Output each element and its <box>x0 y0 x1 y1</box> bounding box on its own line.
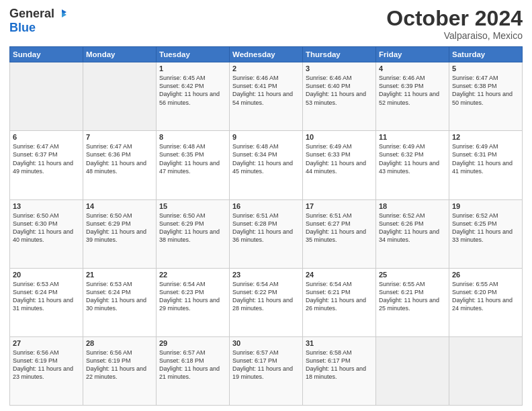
calendar-cell: 13Sunrise: 6:50 AM Sunset: 6:30 PM Dayli… <box>10 199 83 268</box>
calendar-cell: 3Sunrise: 6:46 AM Sunset: 6:40 PM Daylig… <box>303 62 376 131</box>
weekday-header-tuesday: Tuesday <box>157 47 230 62</box>
calendar-cell: 8Sunrise: 6:48 AM Sunset: 6:35 PM Daylig… <box>157 131 230 199</box>
calendar-week-1: 1Sunrise: 6:45 AM Sunset: 6:42 PM Daylig… <box>10 62 523 131</box>
calendar-cell <box>10 62 83 131</box>
day-number: 2 <box>232 64 300 73</box>
day-info: Sunrise: 6:50 AM Sunset: 6:30 PM Dayligh… <box>13 212 80 244</box>
header: General Blue October 2024 Valparaiso, Me… <box>9 7 523 41</box>
calendar-cell: 9Sunrise: 6:48 AM Sunset: 6:34 PM Daylig… <box>230 131 303 199</box>
day-info: Sunrise: 6:54 AM Sunset: 6:22 PM Dayligh… <box>232 280 300 313</box>
calendar-cell: 12Sunrise: 6:49 AM Sunset: 6:31 PM Dayli… <box>449 131 523 199</box>
calendar-table: SundayMondayTuesdayWednesdayThursdayFrid… <box>9 46 523 406</box>
logo-general-text: General <box>9 7 54 21</box>
calendar-cell: 15Sunrise: 6:50 AM Sunset: 6:29 PM Dayli… <box>157 199 230 268</box>
day-number: 4 <box>379 64 446 73</box>
day-number: 8 <box>159 133 226 141</box>
calendar-cell <box>376 336 449 405</box>
calendar-cell: 11Sunrise: 6:49 AM Sunset: 6:32 PM Dayli… <box>376 131 449 199</box>
calendar-cell: 21Sunrise: 6:53 AM Sunset: 6:24 PM Dayli… <box>83 268 157 336</box>
day-number: 26 <box>452 271 519 279</box>
calendar-cell: 1Sunrise: 6:45 AM Sunset: 6:42 PM Daylig… <box>157 62 230 131</box>
day-number: 15 <box>159 202 226 210</box>
calendar-header: SundayMondayTuesdayWednesdayThursdayFrid… <box>10 47 523 62</box>
day-info: Sunrise: 6:50 AM Sunset: 6:29 PM Dayligh… <box>86 212 153 244</box>
day-info: Sunrise: 6:54 AM Sunset: 6:23 PM Dayligh… <box>159 280 226 313</box>
calendar-cell: 20Sunrise: 6:53 AM Sunset: 6:24 PM Dayli… <box>10 268 83 336</box>
calendar-cell <box>83 62 157 131</box>
day-info: Sunrise: 6:57 AM Sunset: 6:17 PM Dayligh… <box>232 349 300 381</box>
day-info: Sunrise: 6:47 AM Sunset: 6:37 PM Dayligh… <box>13 142 80 175</box>
day-number: 1 <box>159 64 226 73</box>
day-number: 11 <box>379 133 446 141</box>
day-number: 13 <box>13 202 80 210</box>
calendar-week-2: 6Sunrise: 6:47 AM Sunset: 6:37 PM Daylig… <box>10 131 523 199</box>
calendar-body: 1Sunrise: 6:45 AM Sunset: 6:42 PM Daylig… <box>10 62 523 406</box>
day-info: Sunrise: 6:55 AM Sunset: 6:21 PM Dayligh… <box>379 280 446 313</box>
day-number: 7 <box>86 133 153 141</box>
day-number: 14 <box>86 202 153 210</box>
day-number: 21 <box>86 271 153 279</box>
calendar-cell: 25Sunrise: 6:55 AM Sunset: 6:21 PM Dayli… <box>376 268 449 336</box>
calendar-cell: 27Sunrise: 6:56 AM Sunset: 6:19 PM Dayli… <box>10 336 83 405</box>
day-info: Sunrise: 6:46 AM Sunset: 6:41 PM Dayligh… <box>232 74 300 107</box>
calendar-cell: 10Sunrise: 6:49 AM Sunset: 6:33 PM Dayli… <box>303 131 376 199</box>
day-info: Sunrise: 6:47 AM Sunset: 6:38 PM Dayligh… <box>452 74 519 107</box>
day-info: Sunrise: 6:46 AM Sunset: 6:40 PM Dayligh… <box>306 74 373 107</box>
day-info: Sunrise: 6:50 AM Sunset: 6:29 PM Dayligh… <box>159 212 226 244</box>
calendar-cell: 24Sunrise: 6:54 AM Sunset: 6:21 PM Dayli… <box>303 268 376 336</box>
weekday-header-monday: Monday <box>83 47 157 62</box>
day-number: 20 <box>13 271 80 279</box>
day-info: Sunrise: 6:52 AM Sunset: 6:25 PM Dayligh… <box>452 212 519 244</box>
day-number: 30 <box>232 339 300 347</box>
calendar-cell: 7Sunrise: 6:47 AM Sunset: 6:36 PM Daylig… <box>83 131 157 199</box>
month-title: October 2024 <box>386 7 523 30</box>
day-info: Sunrise: 6:49 AM Sunset: 6:31 PM Dayligh… <box>452 142 519 175</box>
page: General Blue October 2024 Valparaiso, Me… <box>0 0 532 411</box>
weekday-row: SundayMondayTuesdayWednesdayThursdayFrid… <box>10 47 523 62</box>
day-number: 24 <box>306 271 373 279</box>
calendar-cell: 5Sunrise: 6:47 AM Sunset: 6:38 PM Daylig… <box>449 62 523 131</box>
calendar-cell: 2Sunrise: 6:46 AM Sunset: 6:41 PM Daylig… <box>230 62 303 131</box>
day-info: Sunrise: 6:49 AM Sunset: 6:32 PM Dayligh… <box>379 142 446 175</box>
day-number: 10 <box>306 133 373 141</box>
logo: General Blue <box>9 7 68 35</box>
day-info: Sunrise: 6:53 AM Sunset: 6:24 PM Dayligh… <box>13 280 80 313</box>
day-number: 22 <box>159 271 226 279</box>
weekday-header-wednesday: Wednesday <box>230 47 303 62</box>
day-info: Sunrise: 6:57 AM Sunset: 6:18 PM Dayligh… <box>159 349 226 381</box>
calendar-cell: 17Sunrise: 6:51 AM Sunset: 6:27 PM Dayli… <box>303 199 376 268</box>
calendar-cell: 16Sunrise: 6:51 AM Sunset: 6:28 PM Dayli… <box>230 199 303 268</box>
calendar-week-4: 20Sunrise: 6:53 AM Sunset: 6:24 PM Dayli… <box>10 268 523 336</box>
calendar-cell: 6Sunrise: 6:47 AM Sunset: 6:37 PM Daylig… <box>10 131 83 199</box>
calendar-cell <box>449 336 523 405</box>
calendar-cell: 19Sunrise: 6:52 AM Sunset: 6:25 PM Dayli… <box>449 199 523 268</box>
day-info: Sunrise: 6:47 AM Sunset: 6:36 PM Dayligh… <box>86 142 153 175</box>
day-info: Sunrise: 6:46 AM Sunset: 6:39 PM Dayligh… <box>379 74 446 107</box>
day-number: 25 <box>379 271 446 279</box>
day-number: 3 <box>306 64 373 73</box>
calendar-cell: 31Sunrise: 6:58 AM Sunset: 6:17 PM Dayli… <box>303 336 376 405</box>
day-info: Sunrise: 6:53 AM Sunset: 6:24 PM Dayligh… <box>86 280 153 313</box>
day-number: 12 <box>452 133 519 141</box>
day-info: Sunrise: 6:54 AM Sunset: 6:21 PM Dayligh… <box>306 280 373 313</box>
location: Valparaiso, Mexico <box>386 30 523 41</box>
day-number: 31 <box>306 339 373 347</box>
title-block: October 2024 Valparaiso, Mexico <box>386 7 523 41</box>
weekday-header-friday: Friday <box>376 47 449 62</box>
calendar-cell: 14Sunrise: 6:50 AM Sunset: 6:29 PM Dayli… <box>83 199 157 268</box>
day-number: 23 <box>232 271 300 279</box>
logo-blue-text: Blue <box>9 21 36 35</box>
day-info: Sunrise: 6:58 AM Sunset: 6:17 PM Dayligh… <box>306 349 373 381</box>
day-number: 6 <box>13 133 80 141</box>
day-number: 16 <box>232 202 300 210</box>
day-info: Sunrise: 6:48 AM Sunset: 6:34 PM Dayligh… <box>232 142 300 175</box>
day-number: 18 <box>379 202 446 210</box>
calendar-cell: 18Sunrise: 6:52 AM Sunset: 6:26 PM Dayli… <box>376 199 449 268</box>
calendar-cell: 22Sunrise: 6:54 AM Sunset: 6:23 PM Dayli… <box>157 268 230 336</box>
calendar-cell: 29Sunrise: 6:57 AM Sunset: 6:18 PM Dayli… <box>157 336 230 405</box>
day-number: 17 <box>306 202 373 210</box>
calendar-week-3: 13Sunrise: 6:50 AM Sunset: 6:30 PM Dayli… <box>10 199 523 268</box>
day-info: Sunrise: 6:51 AM Sunset: 6:28 PM Dayligh… <box>232 212 300 244</box>
calendar-cell: 23Sunrise: 6:54 AM Sunset: 6:22 PM Dayli… <box>230 268 303 336</box>
weekday-header-sunday: Sunday <box>10 47 83 62</box>
